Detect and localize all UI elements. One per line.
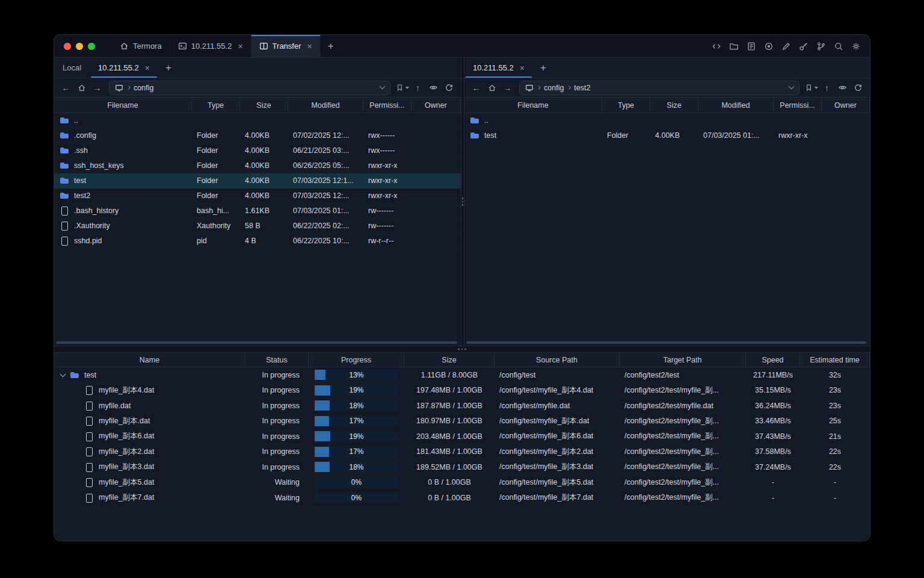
column-header-filename[interactable]: Filename	[464, 98, 602, 113]
column-header-target-path[interactable]: Target Path	[620, 353, 746, 367]
column-header-size[interactable]: Size	[650, 98, 698, 113]
column-header-type[interactable]: Type	[602, 98, 650, 113]
transfer-row[interactable]: myfile_副本3.dat In progress 18% 189.52MB …	[54, 459, 870, 475]
tab-transfer[interactable]: Transfer ×	[251, 35, 321, 57]
upload-button[interactable]: ↑	[820, 81, 834, 95]
path-dropdown-icon[interactable]	[380, 84, 386, 90]
column-header-speed[interactable]: Speed	[746, 353, 800, 367]
column-header-status[interactable]: Status	[245, 353, 309, 367]
transfer-row[interactable]: test In progress 13% 1.11GB / 8.00GB /co…	[54, 367, 870, 383]
home-button[interactable]	[75, 81, 88, 95]
column-header-name[interactable]: Name	[54, 353, 245, 367]
tab-local[interactable]: Local	[54, 58, 90, 78]
breadcrumb-item[interactable]: test2	[574, 84, 590, 92]
horizontal-scrollbar[interactable]	[466, 341, 866, 344]
path-dropdown-icon[interactable]	[789, 84, 795, 90]
tab-remote-10-211-55-2[interactable]: 10.211.55.2 ×	[90, 58, 158, 78]
scrollbar-thumb[interactable]	[56, 341, 457, 344]
breadcrumb-item[interactable]: config	[544, 84, 564, 92]
file-row[interactable]: .Xauthority Xauthority 58 B 06/22/2025 0…	[54, 219, 461, 234]
back-button[interactable]: ←	[469, 81, 483, 95]
transfer-progress: 0%	[309, 490, 404, 506]
transfer-row[interactable]: myfile_副本2.dat In progress 17% 181.43MB …	[54, 444, 870, 460]
tab-termora[interactable]: Termora	[112, 35, 170, 57]
file-row[interactable]: test Folder 4.00KB 07/03/2025 12:1... rw…	[54, 173, 461, 188]
column-header-progress[interactable]: Progress	[309, 353, 404, 367]
close-tab-icon[interactable]: ×	[520, 64, 525, 72]
horizontal-scrollbar[interactable]	[56, 341, 457, 344]
file-row[interactable]: ..	[464, 113, 870, 128]
column-header-modified[interactable]: Modified	[288, 98, 363, 113]
file-name: .config	[74, 131, 96, 140]
transfer-row[interactable]: myfile_副本5.dat Waiting 0% 0 B / 1.00GB /…	[54, 475, 870, 491]
show-hidden-files-button[interactable]	[427, 81, 440, 95]
refresh-button[interactable]	[442, 81, 456, 95]
scrollbar-thumb[interactable]	[466, 341, 866, 344]
edit-icon[interactable]	[778, 39, 794, 54]
transfer-row[interactable]: myfile_副本7.dat Waiting 0% 0 B / 1.00GB /…	[54, 490, 870, 506]
transfer-row[interactable]: myfile_副本4.dat In progress 19% 197.48MB …	[54, 383, 870, 399]
settings-gear-icon[interactable]	[848, 39, 864, 54]
key-icon[interactable]	[796, 39, 812, 54]
expand-chevron-icon[interactable]	[60, 372, 66, 378]
record-icon[interactable]	[761, 39, 777, 54]
close-window-button[interactable]	[64, 43, 71, 50]
code-icon[interactable]	[709, 39, 724, 54]
file-row[interactable]: ..	[54, 113, 461, 128]
refresh-button[interactable]	[851, 81, 865, 95]
show-hidden-files-button[interactable]	[836, 81, 849, 95]
close-tab-icon[interactable]: ×	[307, 42, 312, 51]
file-row[interactable]: .config Folder 4.00KB 07/02/2025 12:... …	[54, 128, 461, 143]
forward-button[interactable]: →	[90, 81, 104, 95]
home-button[interactable]	[485, 81, 499, 95]
back-button[interactable]: ←	[59, 81, 73, 95]
file-permissions	[774, 113, 822, 128]
file-row[interactable]: ssh_host_keys Folder 4.00KB 06/26/2025 0…	[54, 158, 461, 173]
column-header-size[interactable]: Size	[404, 353, 494, 367]
column-header-owner[interactable]: Owner	[411, 98, 461, 113]
column-header-filename[interactable]: Filename	[54, 98, 192, 113]
bookmark-button[interactable]	[395, 81, 409, 95]
search-icon[interactable]	[831, 39, 846, 54]
close-tab-icon[interactable]: ×	[238, 42, 242, 51]
file-row[interactable]: .ssh Folder 4.00KB 06/21/2025 03:... rwx…	[54, 143, 461, 158]
zoom-window-button[interactable]	[88, 43, 95, 50]
file-row[interactable]: .bash_history bash_hi... 1.61KB 07/03/20…	[54, 204, 461, 219]
minimize-window-button[interactable]	[76, 43, 83, 50]
column-header-size[interactable]: Size	[240, 98, 288, 113]
tab-remote-10-211-55-2[interactable]: 10.211.55.2 ×	[464, 58, 533, 78]
left-path-bar[interactable]: config	[109, 81, 390, 95]
file-type-icon	[70, 370, 80, 380]
column-header-source-path[interactable]: Source Path	[494, 353, 620, 367]
column-header-modified[interactable]: Modified	[698, 98, 774, 113]
column-header-permissions[interactable]: Permissi...	[774, 98, 822, 113]
transfer-row[interactable]: myfile_副本.dat In progress 17% 180.97MB /…	[54, 414, 870, 429]
progress-label: 19%	[315, 431, 398, 441]
folder-icon[interactable]	[726, 39, 742, 54]
close-tab-icon[interactable]: ×	[145, 64, 150, 72]
column-header-type[interactable]: Type	[192, 98, 240, 113]
file-row[interactable]: test2 Folder 4.00KB 07/03/2025 12:... rw…	[54, 188, 461, 204]
transfer-row[interactable]: myfile.dat In progress 18% 187.87MB / 1.…	[54, 398, 870, 414]
file-name: test	[74, 176, 86, 185]
horizontal-splitter[interactable]	[54, 346, 870, 353]
new-panel-tab-button[interactable]: +	[158, 58, 179, 78]
branch-icon[interactable]	[813, 39, 829, 54]
column-header-owner[interactable]: Owner	[822, 98, 870, 113]
tab-host-10-211-55-2[interactable]: 10.211.55.2 ×	[170, 35, 251, 57]
file-row[interactable]: sshd.pid pid 4 B 06/22/2025 10:... rw-r-…	[54, 234, 461, 249]
forward-button[interactable]: →	[500, 81, 514, 95]
new-tab-button[interactable]: +	[321, 35, 341, 57]
file-row[interactable]: test Folder 4.00KB 07/03/2025 01:... rwx…	[464, 128, 870, 143]
new-panel-tab-button[interactable]: +	[533, 58, 553, 78]
column-header-estimated-time[interactable]: Estimated time	[800, 353, 870, 367]
breadcrumb-item[interactable]: config	[134, 84, 153, 92]
transfer-row[interactable]: myfile_副本6.dat In progress 19% 203.48MB …	[54, 429, 870, 444]
log-icon[interactable]	[744, 39, 759, 54]
progress-bar: 18%	[315, 400, 398, 411]
column-header-permissions[interactable]: Permissi...	[363, 98, 411, 113]
upload-button[interactable]: ↑	[411, 81, 425, 95]
file-type: Folder	[192, 143, 240, 158]
bookmark-button[interactable]	[804, 81, 818, 95]
right-path-bar[interactable]: config test2	[519, 81, 799, 95]
